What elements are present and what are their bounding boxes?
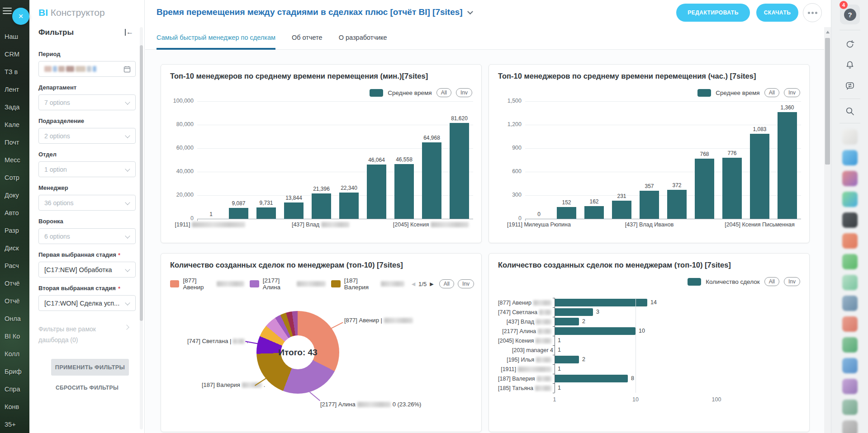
tab-about-developer[interactable]: О разработчике — [339, 25, 387, 50]
avatar[interactable] — [842, 296, 858, 311]
avatar[interactable] — [842, 275, 858, 290]
filters-outside-dashboard[interactable]: Фильтры вне рамок дашборда (0) — [38, 324, 122, 345]
sidebar-item-диск[interactable]: Диск — [5, 240, 29, 257]
sidebar-item-спра[interactable]: Спра — [5, 381, 29, 398]
sidebar-item-отчё[interactable]: Отчё — [5, 275, 29, 292]
x-axis-label: [1911] Милеуша Рюпина — [507, 221, 571, 228]
avatar[interactable] — [842, 420, 858, 433]
close-button[interactable]: × — [12, 8, 29, 25]
filter-select[interactable]: [C17:WON] Сделка усп... — [38, 295, 136, 311]
gridline — [636, 298, 636, 393]
bar-value-label: 9,731 — [259, 200, 273, 206]
avatar[interactable] — [842, 316, 858, 332]
collapse-panel-icon[interactable]: ← — [125, 28, 133, 36]
sidebar-item-отчё[interactable]: Отчё — [5, 292, 29, 310]
sidebar-item-конв[interactable]: Конв — [5, 398, 29, 416]
sidebar-item-разр[interactable]: Разр — [5, 222, 29, 240]
filter-select[interactable]: 1 option — [38, 161, 136, 177]
more-options-button[interactable] — [803, 3, 822, 22]
sidebar-scrollbar[interactable] — [140, 27, 143, 429]
scrollbar-thumb[interactable] — [825, 38, 830, 165]
bar-plot: 03006009001,2001,50001521622313573727687… — [525, 101, 801, 219]
control-pill-all[interactable]: All — [764, 88, 779, 97]
avatar[interactable] — [842, 129, 858, 145]
sidebar-item-бриф[interactable]: Бриф — [5, 363, 29, 381]
sidebar-item-bi ко[interactable]: BI Ко — [5, 328, 29, 345]
avatar[interactable] — [842, 358, 858, 373]
avatar[interactable] — [842, 254, 858, 269]
blurred-text — [535, 386, 551, 391]
download-button[interactable]: СКАЧАТЬ — [756, 4, 798, 22]
page-next-icon[interactable]: ▶ — [430, 281, 433, 287]
control-pill-inv[interactable]: Inv — [458, 279, 474, 288]
edit-button[interactable]: РЕДАКТИРОВАТЬ — [676, 4, 750, 22]
control-pill-inv[interactable]: Inv — [784, 277, 800, 286]
hamburger-menu-icon[interactable] — [3, 8, 12, 16]
apply-filters-button[interactable]: ПРИМЕНИТЬ ФИЛЬТРЫ — [51, 359, 129, 376]
page-prev-icon[interactable]: ◀ — [412, 281, 415, 287]
sidebar-item-35+[interactable]: 35+ — [5, 416, 29, 433]
bar-value-label: 162 — [589, 198, 598, 205]
chart-card-deals-hbar: Количество созданных сделок по менеджера… — [489, 253, 810, 432]
sidebar-item-наш[interactable]: Наш — [5, 28, 29, 46]
tab-fastest-manager[interactable]: Самый быстрый менеджер по сделкам — [157, 25, 275, 50]
bar — [229, 208, 248, 219]
scroll-up-icon[interactable] — [826, 31, 830, 33]
filter-select[interactable]: 36 options — [38, 195, 136, 211]
sidebar-item-лент[interactable]: Лент — [5, 81, 29, 99]
tab-about-report[interactable]: Об отчете — [292, 25, 323, 50]
sidebar-item-доку[interactable]: Доку — [5, 187, 29, 204]
sidebar-item-колл[interactable]: Колл — [5, 345, 29, 363]
sidebar-item-расч[interactable]: Расч — [5, 257, 29, 275]
control-pill-inv[interactable]: Inv — [784, 88, 800, 97]
avatar[interactable] — [842, 212, 858, 228]
sidebar-item-сотр[interactable]: Сотр — [5, 169, 29, 187]
avatar[interactable] — [842, 337, 858, 353]
period-date-input[interactable] — [38, 61, 136, 77]
avatar[interactable] — [842, 400, 858, 415]
table-row: [1911]1 — [498, 364, 801, 374]
bar-value-label: 1,360 — [780, 104, 794, 111]
sidebar-item-авто[interactable]: Авто — [5, 204, 29, 222]
search-icon[interactable] — [841, 102, 859, 120]
control-pill-all[interactable]: All — [439, 279, 454, 288]
refresh-icon[interactable] — [841, 35, 859, 53]
main-scrollbar[interactable] — [824, 27, 831, 433]
chat-icon[interactable] — [841, 77, 859, 95]
chevron-down-icon[interactable] — [467, 9, 473, 14]
control-pill-all[interactable]: All — [764, 277, 779, 286]
bar-slot: 372 — [663, 182, 691, 219]
blurred-text — [384, 318, 413, 323]
sidebar-item-почт[interactable]: Почт — [5, 134, 29, 151]
sidebar-item-crm[interactable]: CRM — [5, 46, 29, 63]
filter-select[interactable]: [C17:NEW] Обработка — [38, 262, 136, 278]
bar — [750, 134, 769, 219]
axis-tick — [553, 326, 555, 327]
avatar[interactable] — [842, 233, 858, 249]
sidebar-item-месс[interactable]: Месс — [5, 151, 29, 169]
bar-slot: 9,731 — [252, 200, 280, 219]
control-pill-all[interactable]: All — [436, 88, 451, 97]
axis-tick — [553, 364, 555, 365]
donut-chart: Итого: 43 — [256, 311, 339, 394]
bell-icon[interactable] — [841, 56, 859, 74]
avatar[interactable] — [842, 150, 858, 165]
control-pill-inv[interactable]: Inv — [456, 88, 472, 97]
avatar[interactable] — [842, 192, 858, 207]
sidebar-item-тз в[interactable]: ТЗ в — [5, 63, 29, 81]
bar-value-label: 2 — [582, 318, 585, 325]
row-label: [877] Авенир — [498, 300, 553, 306]
sidebar-item-зада[interactable]: Зада — [5, 99, 29, 116]
filter-select[interactable]: 6 options — [38, 228, 136, 244]
avatar[interactable] — [842, 379, 858, 394]
filter-select[interactable]: 2 options — [38, 128, 136, 144]
avatar[interactable] — [842, 171, 858, 186]
bar — [640, 191, 659, 219]
sidebar-item-кале[interactable]: Кале — [5, 116, 29, 134]
bar — [394, 164, 414, 219]
reset-filters-button[interactable]: СБРОСИТЬ ФИЛЬТРЫ — [38, 385, 136, 391]
row-label: [2177] Алина — [498, 328, 553, 334]
filter-label: Вторая выбранная стадия* — [38, 284, 136, 292]
filter-select[interactable]: 7 options — [38, 94, 136, 110]
sidebar-item-онла[interactable]: Онла — [5, 310, 29, 328]
